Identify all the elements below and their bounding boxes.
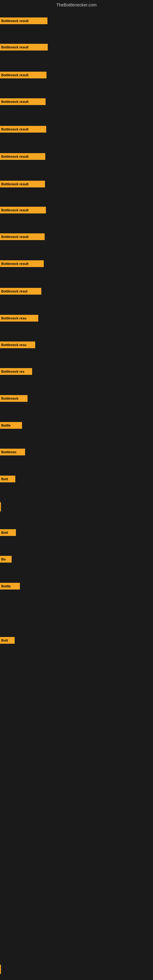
bottleneck-bar-12: Bottleneck resu [0, 315, 38, 321]
bottleneck-bar-3: Bottleneck result [0, 72, 46, 78]
bottleneck-bar-15: Bottleneck [0, 395, 27, 402]
bottleneck-bar-11: Bottleneck resul [0, 288, 41, 294]
bottleneck-bar-17: Bottlenec [0, 449, 25, 455]
bottleneck-bar-5: Bottleneck result [0, 126, 46, 133]
bottleneck-bar-7: Bottleneck result [0, 181, 45, 188]
bottleneck-bar-6: Bottleneck result [0, 153, 45, 160]
bottleneck-bar-4: Bottleneck result [0, 98, 46, 105]
bottleneck-bar-8: Bottleneck result [0, 207, 46, 213]
bottleneck-bar-18: Bott [0, 476, 15, 482]
bottleneck-bar-22: Bottle [0, 583, 20, 590]
bottleneck-bar-23: Bott [0, 637, 15, 644]
bottleneck-bar-10: Bottleneck result [0, 260, 44, 267]
bottleneck-bar-2: Bottleneck result [0, 44, 48, 51]
bottleneck-bar-13: Bottleneck resu [0, 342, 35, 348]
bottleneck-bar-21: Bo [0, 556, 12, 563]
site-title: TheBottlenecker.com [0, 0, 153, 10]
bottleneck-bar-16: Bottle [0, 422, 22, 429]
cursor-bar-final [0, 965, 1, 974]
bottleneck-bar-1: Bottleneck result [0, 18, 48, 24]
cursor-bar-19 [0, 502, 1, 511]
bottleneck-bar-9: Bottleneck result [0, 233, 45, 240]
bottleneck-bar-14: Bottleneck res [0, 368, 32, 375]
bottleneck-bar-20: Bott [0, 529, 16, 536]
